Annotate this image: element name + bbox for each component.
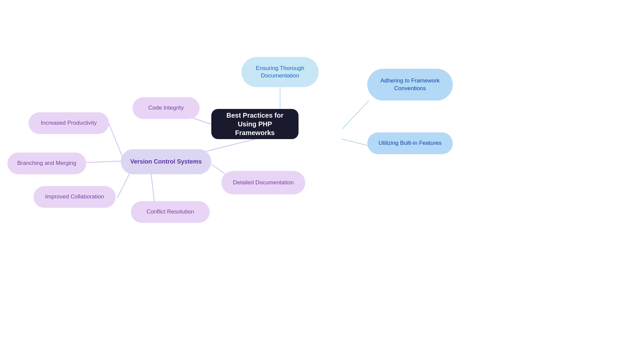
- node-version-control: Version Control Systems: [121, 149, 211, 174]
- node-improved-collaboration: Improved Collaboration: [34, 186, 116, 208]
- node-conflict-resolution: Conflict Resolution: [131, 201, 210, 223]
- node-increased-productivity: Increased Productivity: [29, 112, 109, 134]
- node-adhering-framework: Adhering to FrameworkConventions: [367, 69, 453, 101]
- svg-line-8: [342, 101, 369, 129]
- node-ensuring-documentation: Ensuring ThoroughDocumentation: [241, 57, 319, 87]
- node-code-integrity: Code Integrity: [132, 97, 200, 119]
- node-utilizing-builtin: Utilizing Built-in Features: [367, 132, 453, 154]
- svg-line-9: [342, 139, 369, 146]
- svg-line-2: [109, 124, 124, 161]
- node-detailed-documentation: Detailed Documentation: [221, 171, 305, 194]
- svg-line-3: [86, 161, 124, 163]
- node-branching-merging: Branching and Merging: [7, 153, 86, 174]
- center-node: Best Practices for Using PHP Frameworks: [211, 109, 299, 139]
- svg-line-5: [151, 173, 154, 201]
